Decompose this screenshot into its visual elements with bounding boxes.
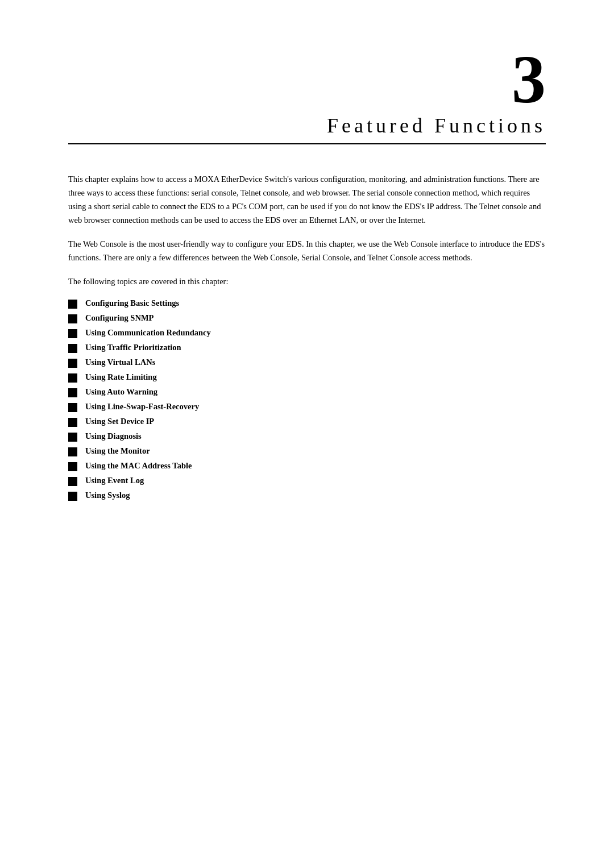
checkbox-icon bbox=[68, 373, 77, 383]
checklist-item-label: Using Virtual LANs bbox=[85, 358, 155, 367]
checkbox-icon bbox=[68, 492, 77, 501]
list-item: Using Communication Redundancy bbox=[68, 328, 546, 338]
checkbox-icon bbox=[68, 388, 77, 397]
chapter-title: Featured Functions bbox=[68, 114, 546, 138]
checklist-item-label: Using Event Log bbox=[85, 476, 144, 485]
checkbox-icon bbox=[68, 359, 77, 368]
checkbox-icon bbox=[68, 314, 77, 323]
list-item: Using Event Log bbox=[68, 476, 546, 486]
topics-list: Configuring Basic SettingsConfiguring SN… bbox=[68, 298, 546, 501]
checkbox-icon bbox=[68, 447, 77, 456]
intro-paragraph-1: This chapter explains how to access a MO… bbox=[68, 173, 546, 227]
list-item: Using Line-Swap-Fast-Recovery bbox=[68, 402, 546, 412]
checkbox-icon bbox=[68, 300, 77, 309]
title-divider bbox=[68, 143, 546, 144]
checklist-item-label: Using Line-Swap-Fast-Recovery bbox=[85, 402, 199, 412]
topics-label: The following topics are covered in this… bbox=[68, 275, 546, 289]
intro-paragraph-2: The Web Console is the most user-friendl… bbox=[68, 238, 546, 265]
checkbox-icon bbox=[68, 329, 77, 338]
checklist-item-label: Using Rate Limiting bbox=[85, 372, 157, 382]
list-item: Using Auto Warning bbox=[68, 387, 546, 397]
list-item: Configuring SNMP bbox=[68, 313, 546, 323]
list-item: Using Traffic Prioritization bbox=[68, 343, 546, 353]
checklist-item-label: Configuring SNMP bbox=[85, 313, 154, 323]
list-item: Using Set Device IP bbox=[68, 417, 546, 427]
checkbox-icon bbox=[68, 477, 77, 486]
list-item: Using Virtual LANs bbox=[68, 358, 546, 368]
list-item: Using the Monitor bbox=[68, 446, 546, 456]
checklist-item-label: Using Syslog bbox=[85, 491, 130, 500]
list-item: Using the MAC Address Table bbox=[68, 461, 546, 471]
checkbox-icon bbox=[68, 344, 77, 353]
checklist-item-label: Using Diagnosis bbox=[85, 431, 142, 441]
list-item: Using Syslog bbox=[68, 491, 546, 501]
checklist-item-label: Configuring Basic Settings bbox=[85, 298, 179, 308]
checklist-item-label: Using the Monitor bbox=[85, 446, 150, 456]
checkbox-icon bbox=[68, 462, 77, 471]
checklist-item-label: Using Traffic Prioritization bbox=[85, 343, 181, 352]
checkbox-icon bbox=[68, 403, 77, 412]
checkbox-icon bbox=[68, 418, 77, 427]
list-item: Configuring Basic Settings bbox=[68, 298, 546, 309]
page-container: 3 Featured Functions This chapter explai… bbox=[0, 0, 614, 868]
checklist-item-label: Using the MAC Address Table bbox=[85, 461, 192, 471]
checklist-item-label: Using Communication Redundancy bbox=[85, 328, 211, 338]
checklist-item-label: Using Set Device IP bbox=[85, 417, 154, 426]
list-item: Using Diagnosis bbox=[68, 431, 546, 442]
chapter-number: 3 bbox=[68, 45, 546, 114]
checklist-item-label: Using Auto Warning bbox=[85, 387, 157, 397]
checkbox-icon bbox=[68, 433, 77, 442]
list-item: Using Rate Limiting bbox=[68, 372, 546, 383]
